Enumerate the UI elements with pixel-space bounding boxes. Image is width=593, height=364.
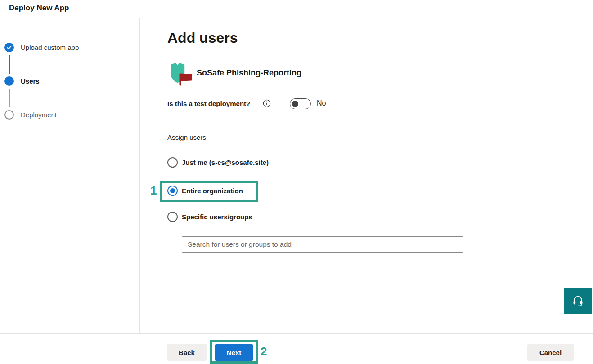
toggle-state-label: No: [317, 99, 326, 107]
step-connector-active: [9, 55, 10, 74]
radio-circle[interactable]: [167, 157, 178, 168]
deploy-new-app-wizard: Deploy New App Upload custom app Users D…: [0, 0, 593, 364]
radio-just-me[interactable]: Just me (s-cs@sosafe.site): [167, 157, 269, 168]
search-users-input[interactable]: [182, 236, 463, 253]
annotation-number-1: 1: [150, 184, 157, 198]
step-completed-icon: [4, 43, 14, 52]
step-upcoming-icon: [4, 110, 14, 120]
radio-label: Entire organization: [182, 187, 243, 195]
shield-flag-icon: [167, 61, 194, 87]
radio-dot: [170, 188, 175, 193]
toggle-knob: [292, 101, 298, 107]
check-icon: [6, 44, 12, 50]
sidebar-divider: [139, 18, 140, 333]
header-divider: [0, 18, 593, 18]
radio-label: Just me (s-cs@sosafe.site): [182, 159, 269, 166]
app-name: SoSafe Phishing-Reporting: [197, 68, 301, 78]
headset-icon: [572, 295, 584, 307]
radio-circle[interactable]: [167, 212, 178, 222]
back-button[interactable]: Back: [167, 344, 207, 361]
help-button[interactable]: [564, 288, 592, 314]
step-deployment[interactable]: Deployment: [21, 110, 57, 120]
radio-specific-users-groups[interactable]: Specific users/groups: [167, 212, 252, 222]
radio-entire-organization[interactable]: Entire organization: [167, 186, 243, 196]
page-title: Deploy New App: [9, 4, 69, 13]
step-upload-custom-app[interactable]: Upload custom app: [21, 43, 79, 52]
assign-users-label: Assign users: [167, 133, 206, 141]
next-button[interactable]: Next: [215, 344, 253, 361]
footer-divider: [0, 333, 593, 334]
info-icon[interactable]: [263, 99, 271, 107]
test-deployment-label: Is this a test deployment?: [167, 100, 250, 107]
test-deployment-toggle[interactable]: [290, 98, 311, 109]
page-heading: Add users: [167, 30, 238, 46]
radio-circle-selected[interactable]: [167, 186, 178, 196]
cancel-button[interactable]: Cancel: [527, 344, 574, 361]
step-connector-inactive: [9, 89, 10, 107]
step-current-icon: [4, 76, 14, 86]
step-users[interactable]: Users: [21, 76, 40, 86]
radio-label: Specific users/groups: [182, 213, 252, 221]
annotation-number-2: 2: [261, 345, 267, 359]
